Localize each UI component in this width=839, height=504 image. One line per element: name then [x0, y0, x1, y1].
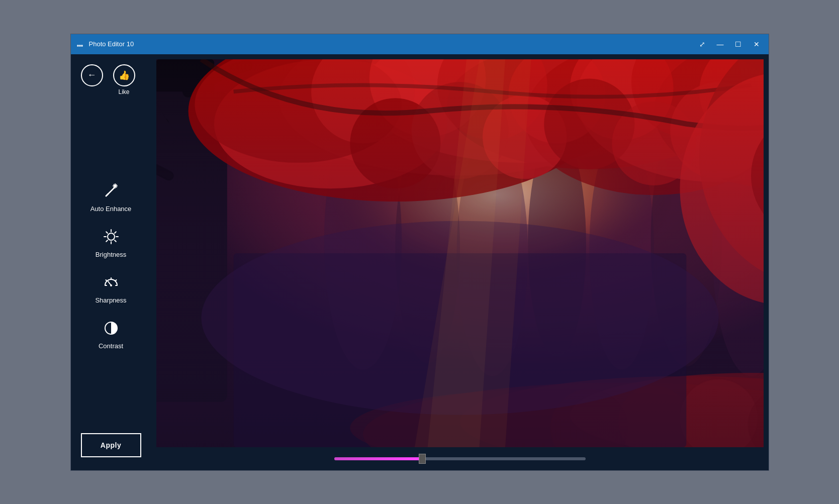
forest-image — [156, 59, 764, 447]
tool-contrast[interactable]: Contrast — [71, 313, 151, 354]
brightness-label: Brightness — [96, 251, 126, 258]
like-container: 👍 Like — [113, 64, 135, 95]
tools-section: Auto Enhance — [71, 106, 151, 425]
svg-line-23 — [115, 280, 116, 281]
tool-brightness[interactable]: Brightness — [71, 222, 151, 262]
sidebar: ← 👍 Like — [71, 54, 151, 470]
app-window: Photo Editor 10 ⤢ — ☐ ✕ ← 👍 Like — [70, 34, 769, 471]
svg-point-25 — [110, 284, 112, 286]
svg-point-10 — [108, 233, 115, 240]
app-title: Photo Editor 10 — [89, 40, 696, 48]
auto-enhance-icon — [100, 180, 122, 202]
slider-thumb[interactable] — [419, 454, 426, 464]
like-icon: 👍 — [119, 70, 130, 81]
photo-container — [156, 59, 764, 447]
svg-line-22 — [106, 280, 107, 281]
tool-sharpness[interactable]: Sharpness — [71, 267, 151, 308]
auto-enhance-label: Auto Enhance — [90, 205, 132, 213]
canvas-area — [151, 54, 769, 470]
minimize-button[interactable]: — — [714, 38, 726, 50]
contrast-label: Contrast — [99, 342, 123, 350]
sharpness-label: Sharpness — [95, 296, 126, 304]
slider-container — [156, 447, 764, 465]
top-actions: ← 👍 Like — [71, 59, 151, 106]
svg-line-1 — [106, 194, 108, 196]
like-label: Like — [118, 88, 129, 95]
svg-line-18 — [106, 240, 108, 242]
apply-button[interactable]: Apply — [81, 433, 141, 457]
slider-fill — [334, 457, 422, 460]
window-controls: ⤢ — ☐ ✕ — [696, 38, 763, 50]
title-bar-menu — [77, 40, 83, 49]
contrast-icon — [100, 317, 122, 339]
main-content: ← 👍 Like — [71, 54, 769, 470]
photo-canvas — [156, 59, 764, 447]
tool-auto-enhance[interactable]: Auto Enhance — [71, 176, 151, 217]
menu-icon[interactable] — [77, 40, 83, 49]
svg-line-15 — [106, 232, 108, 233]
like-button[interactable]: 👍 — [113, 64, 135, 86]
svg-line-16 — [115, 240, 116, 242]
title-bar: Photo Editor 10 ⤢ — ☐ ✕ — [71, 34, 769, 54]
svg-line-17 — [115, 232, 116, 233]
brightness-slider[interactable] — [334, 457, 586, 460]
apply-btn-container: Apply — [71, 425, 151, 465]
maximize-button[interactable]: ☐ — [732, 38, 744, 50]
brightness-icon — [100, 226, 122, 248]
back-button[interactable]: ← — [81, 64, 103, 86]
close-button[interactable]: ✕ — [751, 38, 763, 50]
back-icon: ← — [87, 70, 97, 80]
restore-button[interactable]: ⤢ — [696, 38, 708, 50]
sharpness-icon — [100, 271, 122, 293]
